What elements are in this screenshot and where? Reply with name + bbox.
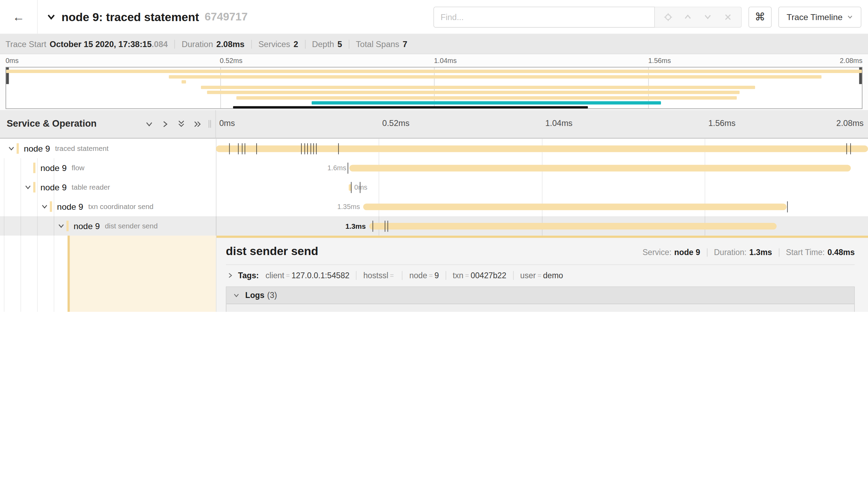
log-event-tick: [348, 162, 348, 173]
tags-row[interactable]: Tags: client=127.0.0.1:54582hostssl=node…: [226, 265, 855, 287]
log-event-tick: [256, 143, 257, 154]
meta-value: 0.48ms: [827, 248, 855, 257]
tags-label: Tags:: [238, 271, 259, 280]
span-row-name-cell[interactable]: node 9flow: [0, 158, 216, 178]
tag-separator: [402, 271, 403, 280]
span-row-name-cell[interactable]: node 9txn coordinator send: [0, 197, 216, 216]
row-chevron-down-icon[interactable]: [55, 222, 67, 229]
expanded-span-indent-band: [68, 236, 216, 312]
logs-section: Logs (3) 0.5ms:event=kv/kvclient/kvcoord…: [226, 287, 855, 312]
prev-match-icon[interactable]: [678, 7, 698, 27]
logs-title: Logs: [245, 291, 264, 300]
tag-item: node=9: [409, 271, 439, 280]
tag-key: hostssl: [363, 271, 388, 280]
back-button[interactable]: ←: [0, 0, 38, 34]
operation-name: txn coordinator send: [88, 202, 153, 211]
trace-minimap: 0ms0.52ms1.04ms1.56ms2.08ms: [0, 54, 868, 110]
tag-separator: [356, 271, 357, 280]
summary-value-fraction: .084: [152, 39, 168, 48]
tag-key: txn: [453, 271, 463, 280]
locate-icon[interactable]: [658, 7, 678, 27]
span-row[interactable]: node 9traced statement: [0, 139, 868, 158]
meta-value: 1.3ms: [749, 248, 772, 257]
meta-label: Start Time:: [786, 248, 825, 257]
log-event-tick: [372, 220, 373, 232]
collapse-trace-chevron-icon[interactable]: [46, 12, 56, 21]
find-input[interactable]: [433, 6, 655, 27]
header-controls: ⌘ Trace Timeline: [433, 6, 868, 27]
tag-key: user: [520, 271, 536, 280]
trace-view-selector[interactable]: Trace Timeline: [778, 6, 861, 27]
span-duration-bar[interactable]: [216, 145, 868, 152]
span-duration-label: 1.35ms: [337, 203, 360, 210]
operation-name: flow: [72, 164, 85, 172]
minimap-axis-tick-label: 2.08ms: [840, 57, 862, 65]
tag-separator: [445, 271, 446, 280]
minimap-axis-tick-label: 1.04ms: [434, 57, 457, 65]
tag-equals: =: [286, 272, 290, 279]
summary-value: 2.08ms: [216, 39, 245, 48]
span-duration-bar[interactable]: [363, 203, 787, 210]
timeline-axis-tick-label: 1.56ms: [708, 118, 736, 128]
log-entry-row[interactable]: 0.5ms:event=kv/kvclient/kvcoord/range_it…: [227, 304, 854, 312]
meta-value: node 9: [674, 248, 700, 257]
row-chevron-down-icon[interactable]: [6, 145, 17, 152]
collapse-one-icon[interactable]: [145, 120, 153, 128]
span-row-timeline-cell[interactable]: 1.35ms: [216, 197, 868, 216]
span-duration-bar[interactable]: [349, 164, 851, 171]
span-row-name-cell[interactable]: node 9dist sender send: [0, 216, 216, 236]
row-chevron-down-icon[interactable]: [39, 203, 50, 210]
span-duration-bar[interactable]: [369, 223, 777, 229]
log-event-tick: [316, 143, 317, 154]
summary-value: 5: [337, 39, 342, 48]
summary-separator: [251, 39, 252, 48]
span-row-timeline-cell[interactable]: 1.6ms: [216, 158, 868, 178]
log-event-tick: [847, 143, 847, 154]
timeline-axis-tick-label: 0.52ms: [382, 118, 410, 128]
span-rows-top: node 9traced statementnode 9flow1.6msnod…: [0, 139, 868, 236]
meta-separator: [707, 248, 707, 256]
trace-id: 6749717: [205, 10, 248, 23]
span-row-name-cell[interactable]: node 9table reader: [0, 178, 216, 197]
service-operation-title: Service & Operation: [7, 118, 145, 129]
timeline-axis-tick-label: 2.08ms: [836, 118, 864, 128]
minimap-canvas[interactable]: [6, 67, 862, 109]
tag-equals: =: [429, 272, 433, 279]
timeline-axis-labels: 0ms0.52ms1.04ms1.56ms2.08ms: [216, 110, 868, 138]
row-chevron-down-icon[interactable]: [22, 184, 33, 191]
service-color-bar: [17, 143, 19, 154]
log-field-value: kv/kvclient/kvcoord/range_iter.go:159 [n…: [300, 311, 722, 312]
clear-find-icon[interactable]: [718, 7, 738, 27]
column-resize-handle[interactable]: [209, 120, 211, 128]
service-name: node 9: [41, 182, 67, 192]
logs-count: (3): [267, 291, 277, 300]
span-row[interactable]: node 9dist sender send1.3ms: [0, 216, 868, 236]
span-row-timeline-cell[interactable]: 1.3ms: [216, 216, 868, 236]
tag-item: txn=00427b22: [453, 271, 506, 280]
log-timestamp: 0.5ms:: [245, 311, 270, 312]
timeline-axis-tick-label: 0ms: [219, 118, 235, 128]
expand-one-icon[interactable]: [161, 120, 169, 128]
span-row-timeline-cell[interactable]: [216, 139, 868, 158]
trace-page: ← node 9: traced statement 6749717: [0, 0, 868, 312]
summary-item: Services2: [258, 39, 298, 48]
tag-value: 00427b22: [471, 271, 506, 280]
tag-key: client: [266, 271, 284, 280]
collapse-all-icon[interactable]: [177, 119, 185, 128]
span-detail-meta: Service:node 9Duration:1.3msStart Time:0…: [643, 248, 855, 257]
logs-header[interactable]: Logs (3): [227, 287, 854, 304]
expand-all-icon[interactable]: [193, 120, 202, 128]
tag-separator: [513, 271, 514, 280]
span-row-timeline-cell[interactable]: 0ms: [216, 178, 868, 197]
log-event-tick: [304, 143, 305, 154]
span-row[interactable]: node 9flow1.6ms: [0, 158, 868, 178]
span-row-name-cell[interactable]: node 9traced statement: [0, 139, 216, 158]
span-row[interactable]: node 9txn coordinator send1.35ms: [0, 197, 868, 216]
log-event-tick: [238, 143, 239, 154]
keyboard-shortcuts-button[interactable]: ⌘: [749, 6, 772, 27]
minimap-span-bar: [169, 75, 822, 79]
tag-item: hostssl=: [363, 271, 396, 280]
span-row[interactable]: node 9table reader0ms: [0, 178, 868, 197]
next-match-icon[interactable]: [698, 7, 718, 27]
tag-item: client=127.0.0.1:54582: [266, 271, 349, 280]
